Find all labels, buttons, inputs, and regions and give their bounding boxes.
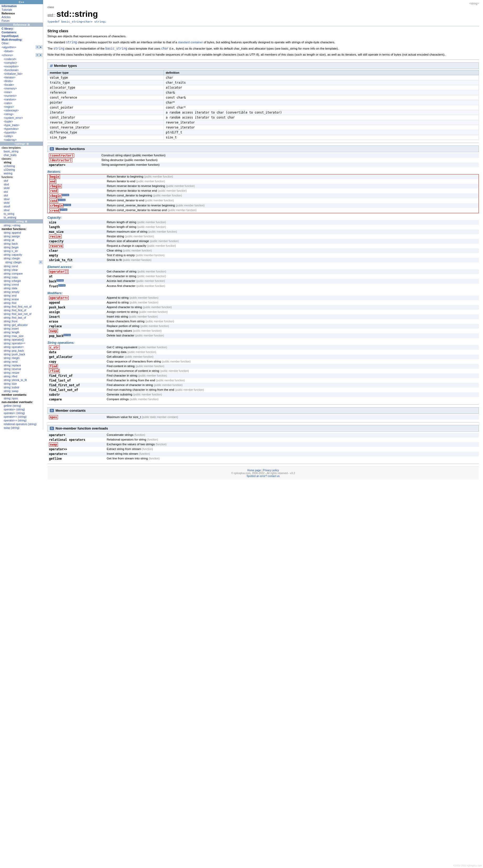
func-name[interactable]: find: [49, 364, 58, 368]
func-stold2[interactable]: stold: [0, 201, 43, 205]
nav-tutorials[interactable]: Tutorials: [0, 8, 43, 11]
header-codecvt[interactable]: <codecvt>: [0, 57, 43, 61]
sf-rbegin[interactable]: string::rbegin: [0, 356, 43, 360]
func-name[interactable]: append: [49, 301, 60, 305]
func-stoi[interactable]: stoi: [0, 190, 43, 193]
algorithm-icon1[interactable]: ⊞: [36, 45, 39, 49]
func-name[interactable]: compare: [49, 398, 62, 401]
func-name[interactable]: empty: [49, 254, 58, 257]
header-locale[interactable]: <locale>: [0, 83, 43, 87]
nm-operator-lt[interactable]: operator< (string): [0, 411, 43, 415]
func-name[interactable]: erase: [49, 320, 58, 323]
header-limits[interactable]: <limits>: [0, 79, 43, 83]
header-valarray[interactable]: <valarray>: [0, 138, 43, 142]
func-name[interactable]: insert: [49, 315, 60, 319]
func-name[interactable]: size: [49, 221, 56, 224]
sf-empty[interactable]: string::empty: [0, 290, 43, 294]
func-name[interactable]: get_allocator: [49, 355, 73, 359]
ref-multithreading[interactable]: Multi-threading:: [0, 38, 43, 41]
func-name[interactable]: operator>>: [49, 447, 67, 451]
sf-cbegin[interactable]: string::cbegin: [0, 256, 43, 260]
sf-shrink-to-fit[interactable]: string::shrink_to_fit: [0, 378, 43, 382]
func-name[interactable]: back: [49, 280, 56, 283]
sf-max-size[interactable]: string::max_size: [0, 334, 43, 338]
func-name[interactable]: replace: [49, 324, 62, 328]
nav-information[interactable]: Information: [0, 4, 43, 8]
ref-c-library[interactable]: C library:: [0, 27, 43, 30]
header-initializer-list[interactable]: <initializer_list>: [0, 72, 43, 75]
header-exception[interactable]: <exception>: [0, 64, 43, 68]
sf-substr[interactable]: string::substr: [0, 385, 43, 389]
header-regex[interactable]: <regex>: [0, 105, 43, 108]
sf-find-last-of[interactable]: string::find_last_of: [0, 316, 43, 319]
sf-c-str[interactable]: string::c_str: [0, 249, 43, 253]
func-name[interactable]: assign: [49, 310, 60, 314]
func-name[interactable]: end: [49, 179, 56, 184]
func-stold[interactable]: stold: [0, 186, 43, 190]
func-name[interactable]: find_first_of: [49, 374, 73, 378]
sf-find-last-not-of[interactable]: string::find_last_not_of: [0, 312, 43, 316]
func-name[interactable]: data: [49, 350, 56, 354]
ref-containers[interactable]: Containers:: [0, 30, 43, 34]
func-name[interactable]: operator+=: [49, 296, 69, 300]
class-wstring[interactable]: wstring: [0, 172, 43, 175]
footer-spotted[interactable]: Spotted an error?: [247, 475, 267, 477]
func-name[interactable]: rfind: [49, 369, 60, 373]
sf-back[interactable]: string::back: [0, 242, 43, 245]
func-name[interactable]: pop_back: [49, 334, 63, 338]
sf-erase[interactable]: string::erase: [0, 298, 43, 301]
class-u32string[interactable]: u32string: [0, 168, 43, 172]
operator-assign-name[interactable]: operator=: [49, 163, 65, 167]
string-detail-icon[interactable]: ⊞: [25, 220, 27, 223]
func-name[interactable]: find_last_of: [49, 379, 71, 382]
func-name[interactable]: crbegin: [49, 204, 63, 208]
header-typeinfo[interactable]: <typeinfo>: [0, 131, 43, 134]
func-stod[interactable]: stod: [0, 183, 43, 186]
sf-replace[interactable]: string::replace: [0, 364, 43, 367]
header-iterator[interactable]: <iterator>: [0, 75, 43, 79]
header-typeindex[interactable]: <typeindex>: [0, 127, 43, 131]
nm-getline[interactable]: getline (string): [0, 404, 43, 407]
sf-at[interactable]: string::at: [0, 238, 43, 242]
header-new[interactable]: <new>: [0, 90, 43, 94]
func-name[interactable]: push_back: [49, 306, 65, 309]
sf-resize[interactable]: string::resize: [0, 371, 43, 374]
func-name[interactable]: front: [49, 284, 58, 288]
sf-copy[interactable]: string::copy: [0, 275, 43, 279]
nm-swap[interactable]: swap (string): [0, 426, 43, 430]
func-name[interactable]: resize: [49, 235, 62, 239]
ref-io[interactable]: Input/Output:: [0, 34, 43, 38]
string-destructor[interactable]: string::~string: [0, 223, 43, 227]
sf-front[interactable]: string::front: [0, 319, 43, 323]
header-functional[interactable]: <functional>: [0, 68, 43, 72]
nav-forum[interactable]: Forum: [0, 19, 43, 23]
header-random[interactable]: <random>: [0, 98, 43, 101]
func-name[interactable]: substr: [49, 393, 60, 397]
sf-reserve[interactable]: string::reserve: [0, 367, 43, 371]
func-name[interactable]: getline: [49, 457, 62, 461]
class-basic-string[interactable]: basic_string: [0, 150, 43, 153]
sf-size[interactable]: string::size: [0, 382, 43, 385]
func-name[interactable]: find_first_not_of: [49, 383, 80, 387]
func-name[interactable]: capacity: [49, 240, 63, 243]
func-stoul2[interactable]: stoul: [0, 208, 43, 212]
func-name[interactable]: shrink_to_fit: [49, 258, 73, 262]
class-char-traits[interactable]: char_traits: [0, 153, 43, 157]
func-name[interactable]: rbegin: [49, 184, 62, 188]
nm-operator-lshift[interactable]: operator<< (string): [0, 415, 43, 418]
sf-rend[interactable]: string::rend: [0, 360, 43, 364]
header-bitset[interactable]: <bitset>: [0, 49, 43, 53]
footer-contact[interactable]: contact us: [268, 475, 280, 477]
func-name[interactable]: operator+: [49, 433, 65, 437]
func-name[interactable]: rend: [49, 189, 58, 193]
func-name[interactable]: clear: [49, 249, 58, 252]
func-name[interactable]: max_size: [49, 230, 63, 234]
nm-relational-ops[interactable]: relational operators (string): [0, 422, 43, 426]
reference-header-icon[interactable]: ⊞: [28, 23, 30, 26]
header-system-error[interactable]: <system_error>: [0, 116, 43, 120]
func-stol[interactable]: stol: [0, 193, 43, 197]
destructor-name[interactable]: (destructor): [49, 158, 72, 162]
sf-insert[interactable]: string::insert: [0, 327, 43, 331]
chrono-icon1[interactable]: ⊞: [36, 53, 39, 57]
sf-crbegin[interactable]: string::crbegin: [0, 279, 43, 283]
